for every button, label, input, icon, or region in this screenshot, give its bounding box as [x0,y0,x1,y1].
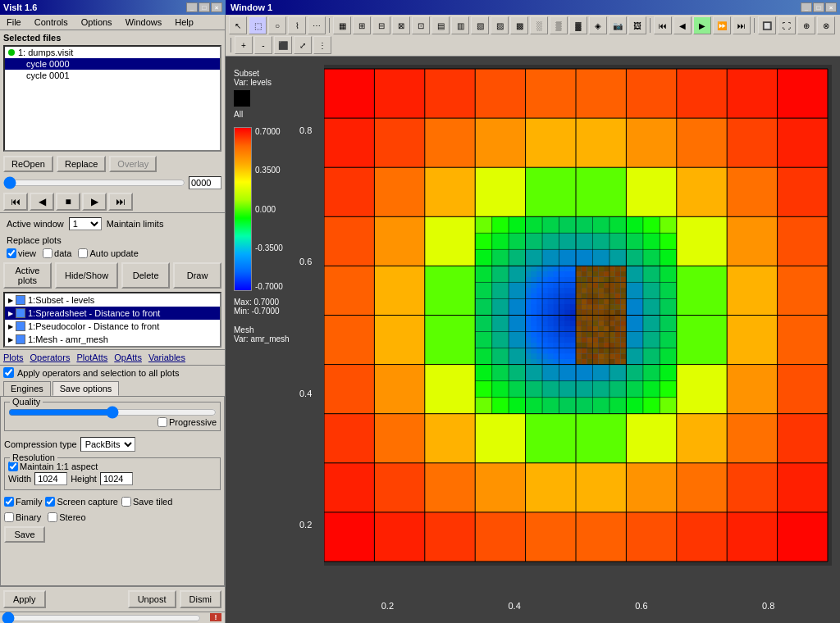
camera-tool[interactable]: 📷 [609,16,627,34]
slider-value[interactable] [189,176,221,189]
quality-slider[interactable] [8,406,217,419]
vcr-back-btn[interactable]: ◀ [673,16,692,34]
win-minimize-btn[interactable]: _ [801,2,812,12]
win-maximize-btn[interactable]: □ [813,2,824,12]
view-label: view [18,248,36,258]
menu-help[interactable]: Help [171,16,197,28]
plotatts-menu[interactable]: PlotAtts [76,352,107,362]
more-tool[interactable]: ⋯ [308,16,326,34]
reopen-button[interactable]: ReOpen [3,156,53,172]
active-window-select[interactable]: 1 [69,217,102,230]
zoom-box-tool[interactable]: ⬚ [249,16,267,34]
active-plots-button[interactable]: Active plots [3,262,52,289]
menu-controls[interactable]: Controls [31,16,71,28]
unpost-button[interactable]: Unpost [128,590,176,608]
vcr-play-btn[interactable]: ▶ [693,16,711,34]
plot-item-1[interactable]: ▶ 1:Spreadsheet - Distance to front [5,307,220,320]
grid-tool-2[interactable]: ⊞ [353,16,371,34]
grid-tool-13[interactable]: ▓ [569,16,587,34]
variables-menu[interactable]: Variables [148,352,185,362]
plot-list: ▶ 1:Subset - levels ▶ 1:Spreadsheet - Di… [3,292,221,348]
file-item-cycle0[interactable]: cycle 0000 [5,58,220,70]
hide-show-button[interactable]: Hide/Show [55,262,118,289]
x-label-0.6: 0.6 [635,601,647,611]
view-tool-3[interactable]: ⊕ [797,16,815,34]
height-input[interactable] [100,472,133,485]
vcr-stop[interactable]: ■ [56,193,80,211]
vcr-first-btn[interactable]: ⏮ [654,16,672,34]
family-checkbox[interactable] [4,497,14,507]
view-tool-2[interactable]: ⛶ [778,16,796,34]
screenshot-tool[interactable]: 🖼 [628,16,646,34]
grid-tool-6[interactable]: ▤ [431,16,450,34]
tab-save-options[interactable]: Save options [52,381,120,396]
vcr-prev[interactable]: ◀ [30,193,54,211]
operators-menu[interactable]: Operators [30,352,70,362]
timeline-slider[interactable] [3,176,185,189]
vcr-first[interactable]: ⏮ [3,193,28,211]
stereo-checkbox[interactable] [48,512,57,522]
grid-tool-12[interactable]: ▒ [550,16,568,34]
auto-update-checkbox[interactable] [78,248,88,258]
draw-button[interactable]: Draw [173,262,221,289]
view-tool-1[interactable]: 🔲 [758,16,776,34]
menu-windows[interactable]: Windows [122,16,166,28]
extra-tool[interactable]: ⋮ [313,36,331,54]
file-item-cycle1[interactable]: cycle 0001 [5,70,220,81]
vcr-last[interactable]: ⏭ [108,193,133,211]
aspect-checkbox[interactable] [8,462,18,471]
grid-tool-7[interactable]: ▥ [451,16,469,34]
grid-tool-9[interactable]: ▨ [491,16,509,34]
plot-label: 1:Pseudocolor - Distance to front [28,321,159,331]
width-input[interactable] [34,472,67,485]
vcr-fwd-btn[interactable]: ⏩ [713,16,731,34]
file-item-label: cycle 0000 [26,59,70,69]
tab-engines[interactable]: Engines [3,381,51,396]
fit-tool[interactable]: ⤢ [294,36,312,54]
save-button[interactable]: Save [4,526,45,543]
zoom-in-tool[interactable]: + [235,36,253,54]
horizontal-scrollbar[interactable] [2,612,201,624]
zoom-rect-tool[interactable]: ⬛ [274,36,292,54]
menu-options[interactable]: Options [78,16,116,28]
apply-button[interactable]: Apply [3,590,46,608]
binary-checkbox[interactable] [4,512,14,522]
data-checkbox[interactable] [43,248,52,258]
grid-tool-10[interactable]: ▩ [510,16,528,34]
plot-item-3[interactable]: ▶ 1:Mesh - amr_mesh [5,333,220,346]
grid-tool-8[interactable]: ▧ [471,16,489,34]
delete-button[interactable]: Delete [121,262,170,289]
view-checkbox[interactable] [7,248,16,258]
vcr-end-btn[interactable]: ⏭ [733,16,751,34]
zoom-out-tool[interactable]: - [254,36,272,54]
circle-tool[interactable]: ○ [268,16,286,34]
opatts-menu[interactable]: OpAtts [114,352,142,362]
plot-item-2[interactable]: ▶ 1:Pseudocolor - Distance to front [5,320,220,333]
slider-row [0,175,225,191]
file-item-dumps[interactable]: 1: dumps.visit [5,47,220,58]
apply-checkbox[interactable] [3,367,14,378]
maximize-btn[interactable]: □ [199,2,210,12]
grid-tool-3[interactable]: ⊟ [372,16,390,34]
grid-tool-5[interactable]: ⊡ [412,16,430,34]
grid-tool-11[interactable]: ░ [530,16,548,34]
pointer-tool[interactable]: ↖ [229,16,247,34]
grid-tool-4[interactable]: ⊠ [392,16,410,34]
view-tool-4[interactable]: ⊗ [817,16,835,34]
close-btn[interactable]: × [211,2,222,12]
grid-tool-1[interactable]: ▦ [333,16,351,34]
path-tool[interactable]: ⌇ [288,16,306,34]
plots-menu[interactable]: Plots [3,352,23,362]
overlay-button[interactable]: Overlay [109,156,157,172]
grid-tool-14[interactable]: ◈ [589,16,607,34]
dismiss-button[interactable]: Dismi [180,590,222,608]
screen-capture-checkbox[interactable] [45,497,55,507]
replace-button[interactable]: Replace [57,156,106,172]
vcr-play[interactable]: ▶ [82,193,107,211]
save-tiled-checkbox[interactable] [121,497,131,507]
compression-select[interactable]: PackBits [80,437,135,452]
plot-item-0[interactable]: ▶ 1:Subset - levels [5,293,220,307]
minimize-btn[interactable]: _ [186,2,198,12]
menu-file[interactable]: File [3,16,25,28]
win-close-btn[interactable]: × [825,2,837,12]
